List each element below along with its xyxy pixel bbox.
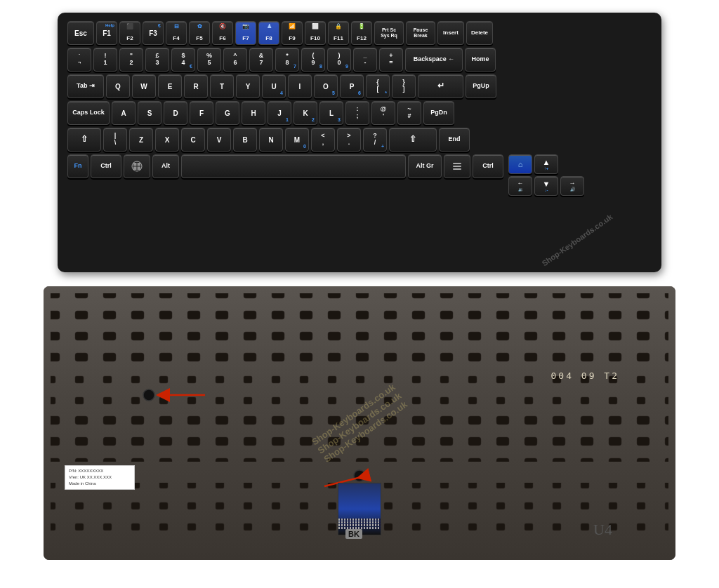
key-p[interactable]: P6 — [340, 74, 364, 98]
key-d[interactable]: D — [164, 101, 187, 125]
back-label-sticker: P/N: XXXXXXXXX V/en: UK XX.XXX.XXX Made … — [65, 465, 135, 490]
key-space[interactable] — [181, 154, 406, 178]
key-f5[interactable]: ✿F5 — [189, 21, 210, 45]
key-tab[interactable]: Tab ⇥ — [67, 74, 104, 98]
svg-rect-6 — [51, 293, 668, 363]
key-alt[interactable]: Alt — [152, 154, 179, 178]
key-minus[interactable]: _- — [353, 48, 377, 72]
key-ctrl-left[interactable]: Ctrl — [91, 154, 121, 178]
key-altgr[interactable]: Alt Gr — [408, 154, 442, 178]
key-e[interactable]: E — [158, 74, 182, 98]
key-g[interactable]: G — [216, 101, 239, 125]
key-8[interactable]: *87 — [275, 48, 299, 72]
key-n[interactable]: N — [259, 128, 283, 152]
label-line-3: Made in China — [69, 481, 131, 487]
svg-point-10 — [143, 389, 154, 401]
label-line-2: V/en: UK XX.XXX.XXX — [69, 474, 131, 481]
key-j[interactable]: J1 — [268, 101, 291, 125]
key-fn[interactable]: Fn — [67, 154, 88, 178]
front-watermark: Shop-Keyboards.co.uk — [541, 213, 614, 268]
svg-rect-2 — [453, 166, 461, 167]
key-pgdn[interactable]: PgDn — [423, 101, 454, 125]
key-7[interactable]: &7 — [249, 48, 273, 72]
key-b[interactable]: B — [233, 128, 257, 152]
key-insert[interactable]: Insert — [437, 21, 464, 45]
key-pgup[interactable]: PgUp — [466, 74, 496, 98]
key-hash[interactable]: ~# — [397, 101, 421, 125]
key-f12[interactable]: 🔋F12 — [351, 21, 372, 45]
key-5[interactable]: %5 — [197, 48, 221, 72]
key-3[interactable]: £3 — [145, 48, 169, 72]
key-down-arrow[interactable]: ▼↓- — [534, 176, 558, 196]
key-f[interactable]: F — [190, 101, 213, 125]
key-f7[interactable]: 📷F7 — [235, 21, 256, 45]
key-menu[interactable] — [444, 154, 470, 178]
key-equals[interactable]: += — [379, 48, 403, 72]
key-a[interactable]: A — [112, 101, 136, 125]
key-6[interactable]: ^6 — [223, 48, 247, 72]
key-o[interactable]: O5 — [314, 74, 338, 98]
key-2[interactable]: "2 — [119, 48, 143, 72]
key-k[interactable]: K2 — [293, 101, 317, 125]
key-0[interactable]: )09 — [327, 48, 351, 72]
key-f8[interactable]: ♟F8 — [258, 21, 279, 45]
ribbon-connector — [338, 483, 381, 535]
key-h[interactable]: H — [242, 101, 265, 125]
key-z[interactable]: Z — [129, 128, 153, 152]
key-backslash[interactable]: |\ — [103, 128, 127, 152]
asdf-key-row: Caps Lock A S D F G H J1 K2 L3 :; @' ~# … — [67, 101, 652, 125]
key-up-arrow[interactable]: ▲↑+ — [534, 154, 558, 174]
key-y[interactable]: Y — [236, 74, 260, 98]
key-esc[interactable]: Esc — [67, 21, 94, 45]
key-slash[interactable]: ?/+ — [363, 128, 387, 152]
key-ctrl-right[interactable]: Ctrl — [473, 154, 503, 178]
function-key-row: Esc HelpF1 ⬛F2 €F3 ⊟F4 ✿F5 🔇F6 📷F7 ♟F8 📶… — [67, 21, 652, 45]
key-pause[interactable]: PauseBreak — [406, 21, 435, 45]
key-enter[interactable]: ↵ — [418, 74, 463, 98]
key-f11[interactable]: 🔒F11 — [328, 21, 349, 45]
key-t[interactable]: T — [210, 74, 234, 98]
key-home-blue[interactable]: ⌂ — [508, 154, 532, 174]
key-l[interactable]: L3 — [319, 101, 343, 125]
key-v[interactable]: V — [207, 128, 231, 152]
key-backtick[interactable]: `¬ — [67, 48, 91, 72]
key-x[interactable]: X — [155, 128, 179, 152]
key-f4[interactable]: ⊟F4 — [166, 21, 187, 45]
key-rbracket[interactable]: }] — [392, 74, 416, 98]
key-m[interactable]: M0 — [285, 128, 309, 152]
key-r[interactable]: R — [184, 74, 208, 98]
key-end[interactable]: End — [439, 128, 470, 152]
key-home[interactable]: Home — [465, 48, 496, 72]
key-f6[interactable]: 🔇F6 — [212, 21, 233, 45]
key-i[interactable]: I — [288, 74, 312, 98]
key-9[interactable]: (98 — [301, 48, 325, 72]
key-right-arrow[interactable]: →🔊 — [560, 176, 584, 196]
key-lbracket[interactable]: {[* — [366, 74, 390, 98]
key-c[interactable]: C — [181, 128, 205, 152]
key-1[interactable]: !1 — [93, 48, 117, 72]
key-shift-left[interactable]: ⇧ — [67, 128, 101, 152]
svg-rect-1 — [453, 163, 461, 164]
key-u[interactable]: U4 — [262, 74, 286, 98]
key-colon[interactable]: :; — [345, 101, 369, 125]
key-comma[interactable]: <, — [311, 128, 335, 152]
key-f9[interactable]: 📶F9 — [282, 21, 303, 45]
key-f10[interactable]: ⬜F10 — [305, 21, 326, 45]
key-f3[interactable]: €F3 — [143, 21, 164, 45]
key-s[interactable]: S — [138, 101, 161, 125]
key-shift-right[interactable]: ⇧ — [389, 128, 437, 152]
back-signature: U4 — [593, 521, 612, 539]
key-q[interactable]: Q — [106, 74, 130, 98]
key-win[interactable] — [124, 154, 150, 178]
key-f2[interactable]: ⬛F2 — [119, 21, 140, 45]
key-4[interactable]: $4€ — [171, 48, 195, 72]
key-capslock[interactable]: Caps Lock — [67, 101, 110, 125]
key-backspace[interactable]: Backspace ← — [405, 48, 463, 72]
key-at[interactable]: @' — [371, 101, 395, 125]
key-delete[interactable]: Delete — [466, 21, 493, 45]
key-f1[interactable]: HelpF1 — [96, 21, 117, 45]
key-prtsc[interactable]: Prt ScSys Rq — [374, 21, 404, 45]
key-w[interactable]: W — [132, 74, 156, 98]
key-period[interactable]: >. — [337, 128, 361, 152]
key-left-arrow[interactable]: ←🔉 — [508, 176, 532, 196]
